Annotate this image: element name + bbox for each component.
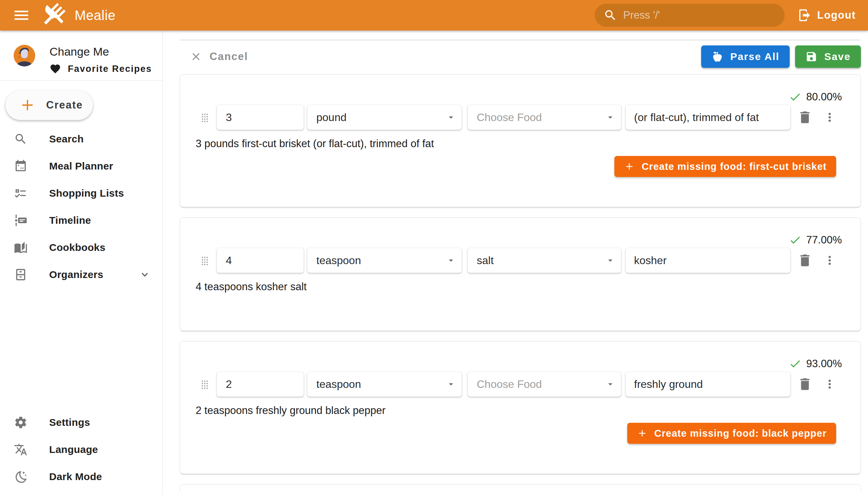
drag-handle-icon[interactable] <box>200 253 210 268</box>
translate-icon <box>14 443 28 456</box>
quantity-input[interactable] <box>217 111 304 124</box>
moon-icon <box>14 470 28 483</box>
chevron-down-icon <box>139 269 151 281</box>
sidebar-footer: Settings Language Dark Mode <box>0 409 163 490</box>
sidebar-item-organizers[interactable]: Organizers <box>0 261 163 288</box>
food-placeholder: Choose Food <box>477 378 542 391</box>
create-button[interactable]: Create <box>5 90 93 120</box>
unit-select[interactable]: teaspoon <box>307 372 462 397</box>
cancel-button[interactable]: Cancel <box>180 51 248 63</box>
food-select[interactable]: Choose Food <box>467 372 621 397</box>
confidence-indicator: 77.00% <box>190 218 842 246</box>
note-input[interactable] <box>626 254 790 267</box>
note-input[interactable] <box>626 111 790 124</box>
parse-all-button[interactable]: Parse All <box>701 46 790 68</box>
trash-icon <box>797 376 813 392</box>
user-texts: Change Me Favorite Recipes <box>50 45 152 80</box>
sidebar-item-label: Timeline <box>49 215 91 226</box>
row-menu-button[interactable] <box>823 254 836 267</box>
open-book-icon <box>14 241 28 254</box>
save-button[interactable]: Save <box>795 46 861 68</box>
checklist-icon <box>14 186 28 200</box>
unit-value: teaspoon <box>316 378 361 391</box>
delete-ingredient-button[interactable] <box>797 253 813 268</box>
ingredient-card: 80.00% pound Choose Food <box>180 74 861 207</box>
create-missing-food-button[interactable]: Create missing food: black pepper <box>627 423 836 444</box>
create-missing-food-label: Create missing food: first-cut brisket <box>642 161 827 172</box>
kebab-menu-icon <box>823 110 836 124</box>
sidebar-item-label: Search <box>49 133 84 145</box>
quantity-field <box>217 105 304 130</box>
logout-label: Logout <box>817 9 856 21</box>
trash-icon <box>797 109 813 125</box>
note-field <box>626 372 790 397</box>
ingredient-card-partial <box>180 484 861 491</box>
sidebar-item-label: Cookbooks <box>49 242 105 253</box>
create-missing-food-label: Create missing food: black pepper <box>654 428 827 439</box>
sidebar-item-search[interactable]: Search <box>0 125 163 153</box>
crossed-fork-knife-icon <box>39 1 67 29</box>
search-input[interactable] <box>623 9 778 22</box>
kebab-menu-icon <box>823 254 836 267</box>
save-label: Save <box>824 51 851 62</box>
main-content: Cancel Parse All Save 80.00% <box>163 31 868 495</box>
ingredient-row: pound Choose Food <box>190 105 850 130</box>
sidebar-item-cookbooks[interactable]: Cookbooks <box>0 234 163 261</box>
parser-toolbar: Cancel Parse All Save <box>180 46 861 68</box>
delete-ingredient-button[interactable] <box>797 376 813 392</box>
delete-ingredient-button[interactable] <box>797 109 813 125</box>
confidence-indicator: 80.00% <box>190 74 842 103</box>
app-header: Mealie Logout <box>0 0 868 31</box>
food-select[interactable]: salt <box>467 248 621 273</box>
timeline-icon <box>14 214 28 227</box>
plus-icon <box>637 428 648 439</box>
drag-handle-icon[interactable] <box>200 376 210 392</box>
search-icon <box>603 8 617 22</box>
unit-select[interactable]: pound <box>307 105 462 130</box>
kebab-menu-icon <box>823 377 836 391</box>
quantity-field <box>217 248 304 273</box>
food-select[interactable]: Choose Food <box>467 105 621 130</box>
row-menu-button[interactable] <box>823 110 836 124</box>
original-ingredient-text: 2 teaspoons freshly ground black pepper <box>195 404 850 417</box>
sidebar-item-shopping-lists[interactable]: Shopping Lists <box>0 180 163 207</box>
close-icon <box>190 51 202 63</box>
drawer-icon <box>14 268 28 281</box>
ingredient-card: 93.00% teaspoon Choose Food <box>180 341 861 474</box>
drag-handle-icon[interactable] <box>200 109 210 125</box>
menu-down-icon <box>605 112 615 122</box>
menu-down-icon <box>446 379 456 389</box>
create-missing-food-button[interactable]: Create missing food: first-cut brisket <box>614 156 836 177</box>
unit-select[interactable]: teaspoon <box>307 248 462 273</box>
sidebar-item-label: Settings <box>49 417 90 428</box>
quantity-input[interactable] <box>217 254 304 267</box>
save-icon <box>805 51 817 63</box>
menu-down-icon <box>605 379 615 389</box>
food-value: salt <box>477 254 494 267</box>
sidebar-item-settings[interactable]: Settings <box>0 409 163 436</box>
parse-all-label: Parse All <box>730 51 780 62</box>
sidebar-item-label: Language <box>49 444 98 455</box>
hamburger-menu-icon <box>12 6 31 24</box>
trash-icon <box>797 253 813 268</box>
sidebar-item-language[interactable]: Language <box>0 436 163 463</box>
missing-food-row: Create missing food: first-cut brisket <box>190 150 850 177</box>
user-block[interactable]: Change Me Favorite Recipes <box>0 31 163 80</box>
sidebar-item-dark-mode[interactable]: Dark Mode <box>0 463 163 490</box>
confidence-value: 93.00% <box>806 358 842 370</box>
menu-down-icon <box>605 255 615 266</box>
plus-icon <box>624 161 635 172</box>
note-input[interactable] <box>626 378 790 391</box>
check-icon <box>789 357 802 370</box>
global-search[interactable] <box>595 4 785 27</box>
quantity-input[interactable] <box>217 378 304 391</box>
favorite-recipes-link[interactable]: Favorite Recipes <box>50 63 152 74</box>
cancel-label: Cancel <box>209 51 248 63</box>
sidebar-item-timeline[interactable]: Timeline <box>0 207 163 234</box>
row-menu-button[interactable] <box>823 377 836 391</box>
missing-food-row: Create missing food: black pepper <box>190 417 850 444</box>
note-field <box>626 105 790 130</box>
sidebar-item-meal-planner[interactable]: Meal Planner <box>0 153 163 180</box>
hamburger-menu-button[interactable] <box>12 6 31 24</box>
logout-button[interactable]: Logout <box>796 8 858 23</box>
